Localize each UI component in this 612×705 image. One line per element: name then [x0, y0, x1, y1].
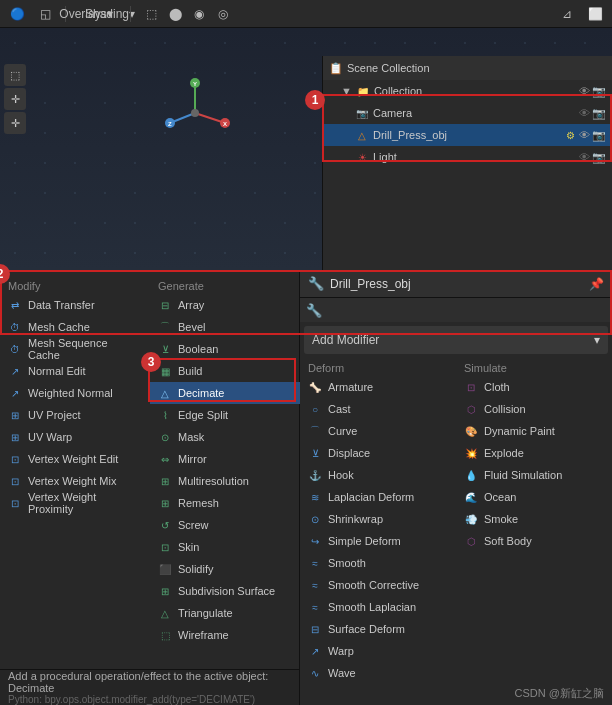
add-modifier-chevron: ▾	[594, 333, 600, 347]
triangulate-label: Triangulate	[178, 607, 233, 619]
blender-logo[interactable]: 🔵	[6, 3, 28, 25]
modify-column: Modify ⇄ Data Transfer ⏱ Mesh Cache ⏱ Me…	[0, 276, 150, 699]
rd-surface-deform[interactable]: ⊟ Surface Deform	[300, 618, 456, 640]
rd-smooth[interactable]: ≈ Smooth	[300, 552, 456, 574]
deform-col-header: Deform	[300, 358, 456, 376]
collision-icon: ⬡	[464, 402, 478, 416]
sim-dynamic-paint[interactable]: 🎨 Dynamic Paint	[456, 420, 612, 442]
add-modifier-btn[interactable]: Add Modifier ▾	[304, 326, 608, 354]
filter-btn[interactable]: ⊿	[556, 3, 578, 25]
vw-prox-icon: ⊡	[8, 496, 22, 510]
select-tool[interactable]: ⬚	[4, 64, 26, 86]
axis-widget[interactable]: Y X Z	[160, 78, 230, 148]
rd-smooth-laplacian[interactable]: ≈ Smooth Laplacian	[300, 596, 456, 618]
menu-mesh-cache[interactable]: ⏱ Mesh Cache	[0, 316, 150, 338]
menu-triangulate[interactable]: △ Triangulate	[150, 602, 300, 624]
sim-fluid[interactable]: 💧 Fluid Simulation	[456, 464, 612, 486]
menu-array[interactable]: ⊟ Array	[150, 294, 300, 316]
weighted-normal-label: Weighted Normal	[28, 387, 113, 399]
deform-laplacian[interactable]: ≋ Laplacian Deform	[300, 486, 456, 508]
smooth-corr-icon: ≈	[308, 578, 322, 592]
sim-cloth[interactable]: ⊡ Cloth	[456, 376, 612, 398]
wave-label: Wave	[328, 667, 356, 679]
rd-wave[interactable]: ∿ Wave	[300, 662, 456, 684]
deform-armature[interactable]: 🦴 Armature	[300, 376, 456, 398]
shading-toggle[interactable]: Shading ▾	[99, 3, 121, 25]
rd-shrinkwrap[interactable]: ⊙ Shrinkwrap	[300, 508, 456, 530]
collection-actions: 👁 📷	[579, 85, 606, 98]
weighted-normal-icon: ↗	[8, 386, 22, 400]
hook-label: Hook	[328, 469, 354, 481]
sim-explode[interactable]: 💥 Explode	[456, 442, 612, 464]
vw-mix-icon: ⊡	[8, 474, 22, 488]
tooltip-line2: Python: bpy.ops.object.modifier_add(type…	[8, 694, 291, 705]
outliner-item-collection[interactable]: ▼ 📁 Collection 👁 📷	[323, 80, 612, 102]
camera-icon: 📷	[592, 85, 606, 98]
fullscreen-btn[interactable]: ⬜	[584, 3, 606, 25]
vw-edit-icon: ⊡	[8, 452, 22, 466]
menu-multiresolution[interactable]: ⊞ Multiresolution	[150, 470, 300, 492]
menu-decimate[interactable]: △ Decimate	[150, 382, 300, 404]
menu-subdivision[interactable]: ⊞ Subdivision Surface	[150, 580, 300, 602]
armature-label: Armature	[328, 381, 373, 393]
rd-simple-deform[interactable]: ↪ Simple Deform	[300, 530, 456, 552]
menu-mask[interactable]: ⊙ Mask	[150, 426, 300, 448]
fluid-label: Fluid Simulation	[484, 469, 562, 481]
decimate-label: Decimate	[178, 387, 224, 399]
outliner-item-camera[interactable]: 📷 Camera 👁 📷	[323, 102, 612, 124]
menu-edge-split[interactable]: ⌇ Edge Split	[150, 404, 300, 426]
menu-vertex-weight-prox[interactable]: ⊡ Vertex Weight Proximity	[0, 492, 150, 514]
view-btn[interactable]: ◱	[34, 3, 56, 25]
menu-build[interactable]: ▦ Build	[150, 360, 300, 382]
menu-weighted-normal[interactable]: ↗ Weighted Normal	[0, 382, 150, 404]
menu-wireframe[interactable]: ⬚ Wireframe	[150, 624, 300, 646]
deform-cast[interactable]: ○ Cast	[300, 398, 456, 420]
rd-smooth-corrective[interactable]: ≈ Smooth Corrective	[300, 574, 456, 596]
menu-skin[interactable]: ⊡ Skin	[150, 536, 300, 558]
menu-vertex-weight-edit[interactable]: ⊡ Vertex Weight Edit	[0, 448, 150, 470]
cursor-tool[interactable]: ✛	[4, 88, 26, 110]
rs-smoke[interactable]: 💨 Smoke	[456, 508, 612, 530]
solid-btn[interactable]: ⬤	[164, 3, 186, 25]
material-btn[interactable]: ◉	[188, 3, 210, 25]
rd-warp[interactable]: ↗ Warp	[300, 640, 456, 662]
menu-uv-warp[interactable]: ⊞ UV Warp	[0, 426, 150, 448]
menu-remesh[interactable]: ⊞ Remesh	[150, 492, 300, 514]
wireframe-btn[interactable]: ⬚	[140, 3, 162, 25]
mask-icon: ⊙	[158, 430, 172, 444]
sim-collision[interactable]: ⬡ Collision	[456, 398, 612, 420]
outliner-icon: 📋	[329, 62, 343, 75]
rendered-btn[interactable]: ◎	[212, 3, 234, 25]
deform-displace[interactable]: ⊻ Displace	[300, 442, 456, 464]
tooltip-content: Add a procedural operation/effect to the…	[8, 670, 291, 705]
deform-hook[interactable]: ⚓ Hook	[300, 464, 456, 486]
screw-label: Screw	[178, 519, 209, 531]
outliner-item-drill[interactable]: △ Drill_Press_obj ⚙ 👁 📷	[323, 124, 612, 146]
deform-curve[interactable]: ⌒ Curve	[300, 420, 456, 442]
menu-uv-project[interactable]: ⊞ UV Project	[0, 404, 150, 426]
menu-solidify[interactable]: ⬛ Solidify	[150, 558, 300, 580]
bottom-section: Modify ⇄ Data Transfer ⏱ Mesh Cache ⏱ Me…	[0, 270, 612, 705]
add-modifier-label: Add Modifier	[312, 333, 379, 347]
array-label: Array	[178, 299, 204, 311]
sim-ocean[interactable]: 🌊 Ocean	[456, 486, 612, 508]
move-tool[interactable]: ✛	[4, 112, 26, 134]
menu-boolean[interactable]: ⊻ Boolean	[150, 338, 300, 360]
uv-warp-icon: ⊞	[8, 430, 22, 444]
pin-icon[interactable]: 📌	[589, 277, 604, 291]
viewport-content[interactable]: ⬚ ✛ ✛ Y X Z 📋 Scene Collection	[0, 28, 612, 270]
screw-icon: ↺	[158, 518, 172, 532]
rs-soft-body[interactable]: ⬡ Soft Body	[456, 530, 612, 552]
render-icon-light: 📷	[592, 151, 606, 164]
bevel-icon: ⌒	[158, 320, 172, 334]
menu-data-transfer[interactable]: ⇄ Data Transfer	[0, 294, 150, 316]
menu-vertex-weight-mix[interactable]: ⊡ Vertex Weight Mix	[0, 470, 150, 492]
mesh-cache-label: Mesh Cache	[28, 321, 90, 333]
outliner-item-light[interactable]: ☀ Light 👁 📷	[323, 146, 612, 168]
menu-mirror[interactable]: ⇔ Mirror	[150, 448, 300, 470]
menu-screw[interactable]: ↺ Screw	[150, 514, 300, 536]
menu-normal-edit[interactable]: ↗ Normal Edit	[0, 360, 150, 382]
menu-mesh-seq-cache[interactable]: ⏱ Mesh Sequence Cache	[0, 338, 150, 360]
deform-column: Deform 🦴 Armature ○ Cast ⌒ Curve ⊻ Displ…	[300, 358, 456, 508]
menu-bevel[interactable]: ⌒ Bevel	[150, 316, 300, 338]
